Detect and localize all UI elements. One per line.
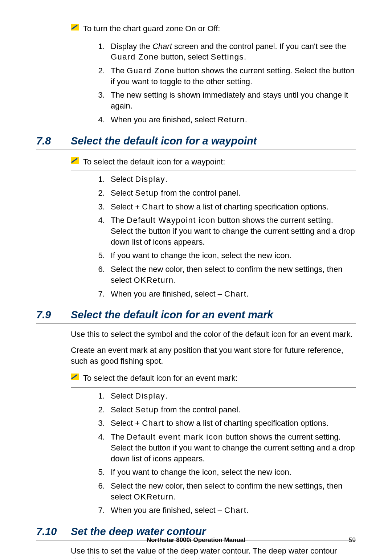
step-item: The new setting is shown immediately and… (107, 90, 356, 111)
step-item: When you are finished, select – Chart. (107, 289, 356, 299)
ui-term: OK (134, 492, 147, 501)
step-item: When you are finished, select Return. (107, 114, 356, 125)
step-item: The Default Waypoint icon button shows t… (107, 215, 356, 247)
task-row: To select the default icon for an event … (71, 371, 356, 387)
ui-term: Settings (211, 52, 244, 61)
ui-term: Display (135, 175, 165, 184)
ui-term: Chart (224, 289, 246, 298)
ui-term: Chart (142, 419, 164, 428)
ui-term: Chart (142, 202, 164, 211)
step-item: The Guard Zone button shows the current … (107, 65, 356, 87)
ui-term: Guard Zone (111, 52, 159, 61)
page: To turn the chart guard zone On or Off: … (0, 0, 392, 559)
ui-term: Return (146, 492, 173, 501)
ui-term: OK (134, 276, 147, 285)
page-footer: Northstar 8000i Operation Manual 59 (36, 536, 356, 544)
task-row: To select the default icon for a waypoin… (71, 155, 356, 171)
pencil-icon (71, 24, 79, 30)
step-item: Select the new color, then select to con… (107, 264, 356, 285)
step-item: Select Display. (107, 174, 356, 185)
ui-term: Return (218, 115, 245, 124)
footer-page-number: 59 (334, 536, 356, 544)
italic-term: Chart (152, 42, 172, 51)
step-item: Select Display. (107, 391, 356, 401)
ui-term: Guard Zone (127, 66, 175, 75)
section-heading-7-8: 7.8 Select the default icon for a waypoi… (36, 134, 356, 150)
step-item: The Default event mark icon button shows… (107, 432, 356, 464)
section-title: Select the default icon for an event mar… (71, 308, 356, 322)
section-number: 7.8 (36, 134, 71, 148)
steps-list-2: Select Display.Select Setup from the con… (36, 174, 356, 299)
task-intro-text: To turn the chart guard zone On or Off: (83, 23, 356, 34)
ui-term: Setup (135, 405, 159, 414)
pencil-icon (71, 157, 79, 164)
section-number: 7.9 (36, 308, 71, 322)
step-item: When you are finished, select – Chart. (107, 505, 356, 516)
footer-title: Northstar 8000i Operation Manual (58, 536, 334, 544)
task-intro-text: To select the default icon for an event … (83, 373, 356, 384)
pencil-icon (71, 374, 79, 380)
ui-term: Default Waypoint icon (127, 216, 216, 225)
step-item: Select Setup from the control panel. (107, 188, 356, 199)
paragraph: Use this to select the symbol and the co… (71, 329, 356, 340)
task-row: To turn the chart guard zone On or Off: (71, 22, 356, 38)
paragraph: Use this to set the value of the deep wa… (71, 546, 356, 559)
ui-term: Return (146, 276, 173, 285)
step-item: If you want to change the icon, select t… (107, 250, 356, 261)
step-item: Select the new color, then select to con… (107, 481, 356, 502)
steps-list-3: Select Display.Select Setup from the con… (36, 391, 356, 516)
ui-term: Default event mark icon (127, 432, 223, 441)
ui-term: Display (135, 391, 165, 400)
task-intro-text: To select the default icon for a waypoin… (83, 156, 356, 167)
step-item: Select Setup from the control panel. (107, 404, 356, 415)
task-block-waypoint-icon: To select the default icon for a waypoin… (71, 155, 356, 171)
content-area: To turn the chart guard zone On or Off: … (36, 22, 356, 559)
task-block-guard-zone: To turn the chart guard zone On or Off: (71, 22, 356, 38)
task-block-event-mark-icon: To select the default icon for an event … (71, 371, 356, 388)
ui-term: Chart (224, 506, 246, 515)
section-heading-7-9: 7.9 Select the default icon for an event… (36, 308, 356, 324)
ui-term: Setup (135, 188, 159, 197)
step-item: Select + Chart to show a list of chartin… (107, 418, 356, 429)
steps-list-1: Display the Chart screen and the control… (36, 41, 356, 125)
step-item: If you want to change the icon, select t… (107, 467, 356, 478)
step-item: Display the Chart screen and the control… (107, 41, 356, 62)
paragraph: Create an event mark at any position tha… (71, 345, 356, 366)
section-title: Select the default icon for a waypoint (71, 134, 356, 148)
step-item: Select + Chart to show a list of chartin… (107, 201, 356, 212)
